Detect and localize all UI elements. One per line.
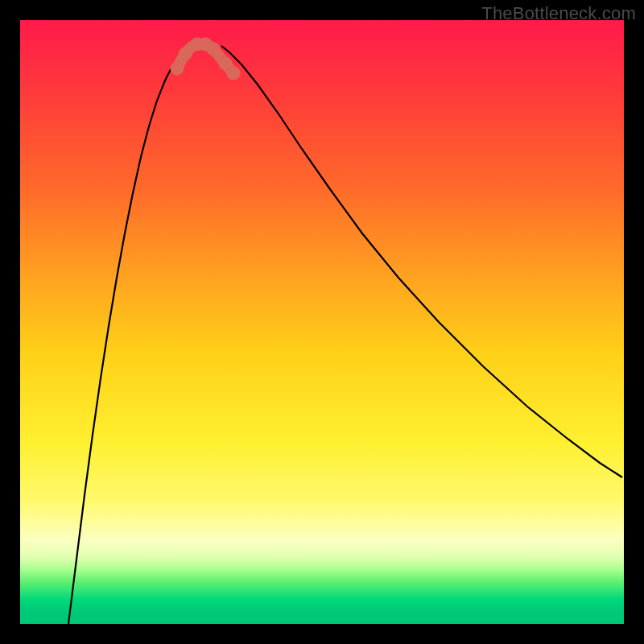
watermark-text: TheBottleneck.com (481, 3, 636, 24)
chart-plot-area (20, 20, 624, 624)
valley-dot (171, 62, 184, 76)
valley-dot (179, 47, 192, 61)
left-curve-line (68, 46, 189, 624)
chart-svg (20, 20, 624, 624)
valley-dot (227, 67, 241, 80)
valley-marker-dots (171, 38, 241, 80)
right-curve-line (221, 46, 622, 477)
valley-dot (207, 43, 221, 56)
